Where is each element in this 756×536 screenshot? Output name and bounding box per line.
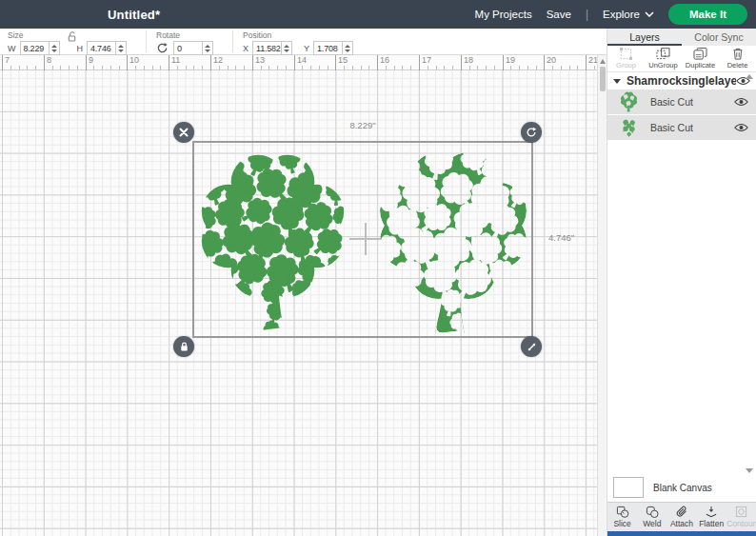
paperclip-icon [675,506,687,518]
ruler-tick: 15 [335,55,348,70]
duplicate-label: Duplicate [686,61,715,69]
topbar-divider: | [586,8,588,21]
layers-panel: Layers Color Sync Group UnGroup [607,29,756,536]
ruler-tick: 11 [169,55,180,70]
x-field[interactable]: 11.582 [252,41,292,55]
y-label: Y [304,44,309,53]
layer-group-header[interactable]: Shamrocksinglelayer [607,72,756,89]
attach-button[interactable]: Attach [666,503,696,531]
width-value[interactable]: 8.229 [21,42,49,54]
ruler-tick: 19 [503,55,515,70]
scroll-up-arrow-icon[interactable] [600,59,606,64]
position-group: Position X 11.582 Y 1.708 [243,29,363,54]
ruler-tick: 18 [461,55,473,70]
canvas[interactable]: 7 8 9 10 11 12 13 14 15 16 17 18 19 20 2… [0,55,607,536]
group-button[interactable]: Group [607,48,645,69]
layer-thumbnail-shamrock [620,91,638,112]
visibility-toggle[interactable] [734,97,748,107]
height-stepper[interactable] [115,42,126,54]
selection-width-label: 8.229" [349,120,375,130]
layer-actions: Group UnGroup Duplicate [607,46,756,72]
resize-selection-handle[interactable] [521,336,542,357]
rotate-field[interactable]: 0 [173,41,213,55]
ungroup-button[interactable]: UnGroup [645,48,682,69]
y-stepper[interactable] [342,42,352,54]
explore-menu[interactable]: Explore [603,9,654,20]
contour-button[interactable]: Contour [726,503,756,531]
slice-label: Slice [613,519,630,528]
width-label: W [8,44,16,53]
horizontal-ruler: 7 8 9 10 11 12 13 14 15 16 17 18 19 20 2… [0,55,597,70]
ruler-tick: 8 [44,55,51,70]
tab-color-sync[interactable]: Color Sync [682,29,756,46]
delete-button[interactable]: Delete [719,48,756,69]
lock-icon [179,341,189,352]
ruler-tick: 7 [2,55,10,70]
make-it-button[interactable]: Make It [668,4,747,25]
rotate-selection-handle[interactable] [521,122,542,143]
save-link[interactable]: Save [547,9,571,20]
resize-icon [527,342,537,352]
ungroup-icon [656,48,670,60]
x-stepper[interactable] [281,42,291,54]
close-icon [179,128,189,137]
edit-toolbar: Size W 8.229 H 4.746 [0,29,607,55]
scrollbar-thumb[interactable] [600,67,606,91]
caret-down-icon[interactable] [613,78,621,84]
aspect-lock-icon[interactable] [67,30,77,42]
x-value[interactable]: 11.582 [253,42,281,54]
flatten-label: Flatten [699,519,724,528]
eye-icon [734,97,748,107]
height-value[interactable]: 4.746 [88,42,115,54]
panel-tabs: Layers Color Sync [607,29,756,46]
panel-scroll-up-icon[interactable] [746,74,753,79]
layer-row-basic-cut-2[interactable]: Basic Cut [607,115,756,140]
rotate-value[interactable]: 0 [174,42,202,54]
ruler-tick: 9 [86,55,93,70]
layer-row-basic-cut-1[interactable]: Basic Cut [607,89,756,114]
canvas-color-swatch[interactable] [613,477,644,498]
group-label: Group [616,61,636,69]
layer-name[interactable]: Basic Cut [650,96,734,108]
x-label: X [243,44,249,53]
delete-label: Delete [727,61,748,69]
height-field[interactable]: 4.746 [87,41,127,55]
selection-box[interactable] [192,141,533,338]
visibility-toggle[interactable] [734,123,748,132]
position-label: Position [243,30,353,40]
duplicate-button[interactable]: Duplicate [682,48,719,69]
weld-label: Weld [643,519,661,528]
lock-selection-handle[interactable] [173,336,194,357]
rotate-label: Rotate [156,30,213,40]
layer-group-name[interactable]: Shamrocksinglelayer [627,74,736,88]
canvas-background-row: Blank Canvas [607,473,756,502]
ruler-tick: 16 [377,55,389,70]
y-field[interactable]: 1.708 [313,41,353,55]
selection-height-label: 4.746" [548,232,574,243]
layer-name[interactable]: Basic Cut [650,122,734,133]
path-tools-bar: Slice Weld Attach [607,502,756,531]
rotate-icon[interactable] [156,42,169,54]
size-group: Size W 8.229 H 4.746 [8,29,136,54]
ruler-tick: 10 [127,55,139,70]
tab-layers[interactable]: Layers [607,29,682,46]
rotate-stepper[interactable] [202,42,212,54]
weld-button[interactable]: Weld [637,503,666,531]
ungroup-label: UnGroup [648,61,677,69]
attach-label: Attach [670,519,693,528]
y-value[interactable]: 1.708 [314,42,342,54]
duplicate-icon [693,48,707,60]
panel-scroll-down-icon[interactable] [746,468,753,473]
width-field[interactable]: 8.229 [20,41,60,55]
canvas-vertical-scrollbar[interactable] [597,55,607,536]
ruler-tick: 13 [252,55,265,70]
trash-icon [732,48,744,60]
width-stepper[interactable] [49,42,59,54]
ruler-tick: 20 [544,55,556,70]
slice-button[interactable]: Slice [607,503,637,531]
delete-selection-handle[interactable] [173,122,194,143]
document-title: Untitled* [108,8,160,22]
my-projects-link[interactable]: My Projects [475,9,532,20]
contour-label: Contour [726,519,755,528]
flatten-button[interactable]: Flatten [697,503,726,531]
